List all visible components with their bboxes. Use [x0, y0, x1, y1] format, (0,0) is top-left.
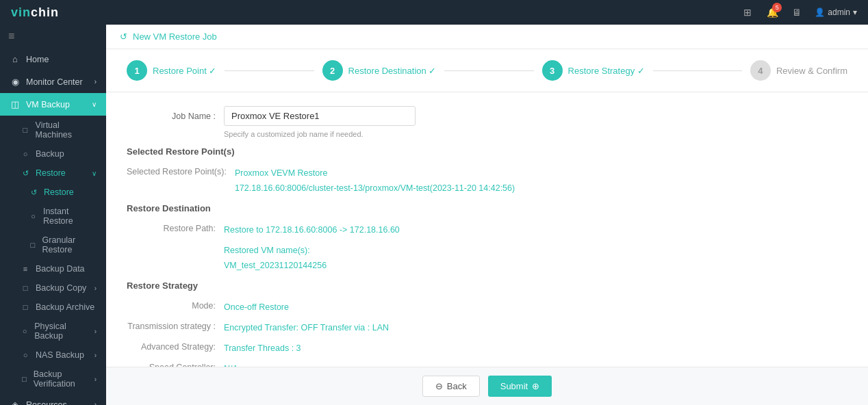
page-title: New VM Restore Job — [133, 31, 217, 42]
sidebar-label-restore-sub: Restore — [44, 187, 74, 197]
sidebar-item-virtual-machines[interactable]: □ Virtual Machines — [0, 116, 106, 144]
sidebar: ≡ ⌂ Home ◉ Monitor Center › ◫ VM Backup … — [0, 25, 106, 405]
sidebar-item-backup-copy[interactable]: □ Backup Copy › — [0, 278, 106, 298]
vms-icon: □ — [21, 126, 30, 134]
mode-row: Mode: Once-off Restore — [127, 300, 847, 314]
sidebar-item-instant-restore[interactable]: ○ Instant Restore — [0, 202, 106, 231]
backup-verification-arrow: › — [94, 376, 97, 383]
sidebar-label-physical-backup: Physical Backup — [34, 322, 89, 341]
advanced-row: Advanced Strategy: Transfer Threads : 3 — [127, 341, 847, 355]
backup-verification-icon: □ — [21, 375, 28, 383]
transmission-value: Encrypted Transfer: OFF Transfer via : L… — [224, 321, 389, 335]
monitor-center-icon: ◉ — [10, 77, 21, 87]
job-name-input[interactable] — [224, 106, 416, 126]
sidebar-item-physical-backup[interactable]: ○ Physical Backup › — [0, 317, 106, 345]
restored-vm-values: Restored VM name(s): VM_test_20231120144… — [224, 244, 327, 272]
backup-copy-arrow: › — [94, 285, 97, 292]
sidebar-label-vmbackup: VM Backup — [26, 100, 86, 109]
vmbackup-icon: ◫ — [10, 99, 21, 109]
nas-backup-arrow: › — [94, 352, 97, 359]
sidebar-toggle[interactable]: ≡ — [0, 25, 106, 48]
back-label: Back — [447, 381, 467, 391]
admin-menu[interactable]: 👤 admin ▾ — [815, 8, 857, 17]
restore-point-value-1: Proxmox VEVM Restore — [235, 166, 515, 180]
restored-vm-label-empty — [127, 244, 216, 272]
restore-icon: ↺ — [21, 169, 30, 178]
main-layout: ≡ ⌂ Home ◉ Monitor Center › ◫ VM Backup … — [0, 25, 868, 405]
sidebar-item-backup[interactable]: ○ Backup — [0, 144, 106, 164]
speed-label: Speed Controller: — [127, 362, 216, 367]
sidebar-item-vmbackup[interactable]: ◫ VM Backup ∨ — [0, 93, 106, 116]
sidebar-label-nas-backup: NAS Backup — [36, 350, 84, 360]
sidebar-label-backup-verification: Backup Verification — [34, 369, 89, 389]
step-connector-1 — [225, 70, 314, 71]
grid-icon[interactable]: ⊞ — [741, 5, 754, 19]
sidebar-item-restore[interactable]: ↺ Restore ∨ — [0, 164, 106, 183]
restored-vm-header: Restored VM name(s): — [224, 244, 327, 257]
backup-icon: ○ — [21, 150, 30, 158]
topbar-right: ⊞ 🔔 5 🖥 👤 admin ▾ — [741, 5, 857, 19]
page-header: ↺ New VM Restore Job — [106, 25, 868, 49]
monitor-arrow: › — [94, 78, 97, 86]
logo-prefix: vin — [11, 5, 31, 19]
sidebar-label-backup-data: Backup Data — [36, 264, 85, 274]
backup-data-icon: ≡ — [21, 265, 30, 273]
sidebar-label-instant-restore: Instant Restore — [43, 207, 97, 226]
topbar: vinchin ⊞ 🔔 5 🖥 👤 admin ▾ — [0, 0, 868, 25]
restore-destination-section-header: Restore Destination — [127, 203, 847, 216]
physical-backup-icon: ○ — [21, 327, 29, 335]
resources-icon: ◈ — [10, 400, 21, 405]
sidebar-item-nas-backup[interactable]: ○ NAS Backup › — [0, 345, 106, 365]
sidebar-item-backup-data[interactable]: ≡ Backup Data — [0, 259, 106, 278]
restore-path-label: Restore Path: — [127, 223, 216, 237]
notification-badge: 5 — [772, 3, 782, 12]
step-3-label: Restore Strategy ✓ — [568, 66, 645, 76]
sidebar-item-restore-sub[interactable]: ↺ Restore — [0, 183, 106, 202]
chevron-down-icon: ▾ — [853, 8, 857, 17]
monitor-icon[interactable]: 🖥 — [790, 5, 804, 19]
back-icon: ⊖ — [435, 381, 443, 391]
sidebar-label-restore: Restore — [36, 168, 66, 178]
sidebar-label-backup: Backup — [36, 149, 64, 159]
main-content: ↺ New VM Restore Job 1 Restore Point ✓ 2… — [106, 25, 868, 405]
step-4: 4 Review & Confirm — [750, 60, 847, 81]
mode-value: Once-off Restore — [224, 300, 289, 314]
back-button[interactable]: ⊖ Back — [422, 376, 480, 397]
physical-backup-arrow: › — [94, 328, 97, 335]
sidebar-label-backup-copy: Backup Copy — [36, 283, 86, 293]
step-3-circle: 3 — [542, 60, 563, 81]
sidebar-label-home: Home — [26, 55, 97, 64]
speed-row: Speed Controller: N/A — [127, 362, 847, 367]
step-connector-3 — [653, 70, 742, 71]
restore-point-values: Proxmox VEVM Restore 172.18.16.60:8006/c… — [235, 166, 515, 195]
sidebar-item-backup-archive[interactable]: □ Backup Archive — [0, 298, 106, 317]
nas-backup-icon: ○ — [21, 351, 30, 359]
sidebar-item-backup-verification[interactable]: □ Backup Verification › — [0, 365, 106, 393]
step-connector-2 — [444, 70, 533, 71]
bell-icon[interactable]: 🔔 5 — [765, 5, 779, 19]
step-4-label: Review & Confirm — [776, 66, 847, 76]
submit-button[interactable]: Submit ⊕ — [488, 376, 552, 397]
sidebar-item-granular-restore[interactable]: □ Granular Restore — [0, 231, 106, 259]
wizard-steps: 1 Restore Point ✓ 2 Restore Destination … — [106, 49, 868, 92]
vmbackup-arrow: ∨ — [92, 101, 97, 108]
sidebar-item-home[interactable]: ⌂ Home — [0, 48, 106, 70]
restore-sub-icon: ↺ — [29, 188, 38, 197]
sidebar-item-monitor[interactable]: ◉ Monitor Center › — [0, 70, 106, 93]
restored-vm-name: VM_test_20231120144256 — [224, 259, 327, 272]
backup-copy-icon: □ — [21, 284, 30, 292]
restore-point-section-header: Selected Restore Point(s) — [127, 146, 847, 159]
home-icon: ⌂ — [10, 54, 21, 64]
sidebar-item-resources[interactable]: ◈ Resources › — [0, 393, 106, 405]
step-1-circle: 1 — [127, 60, 147, 81]
step-2-circle: 2 — [322, 60, 343, 81]
mode-label: Mode: — [127, 300, 216, 314]
restore-path-value: Restore to 172.18.16.60:8006 -> 172.18.1… — [224, 223, 400, 237]
restore-strategy-section-header: Restore Strategy — [127, 280, 847, 293]
step-4-circle: 4 — [750, 60, 771, 81]
submit-label: Submit — [500, 381, 528, 391]
advanced-value: Transfer Threads : 3 — [224, 341, 301, 355]
app-logo: vinchin — [11, 5, 59, 20]
step-1: 1 Restore Point ✓ — [127, 60, 216, 81]
restore-path-row: Restore Path: Restore to 172.18.16.60:80… — [127, 223, 847, 237]
